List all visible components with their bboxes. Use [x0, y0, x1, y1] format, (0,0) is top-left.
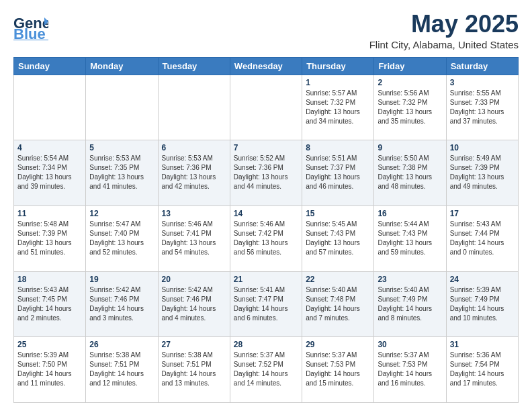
week-row-3: 18Sunrise: 5:43 AM Sunset: 7:45 PM Dayli…: [14, 271, 519, 337]
day-info-w2-d0: Sunrise: 5:48 AM Sunset: 7:39 PM Dayligh…: [17, 220, 82, 257]
main-title: May 2025: [369, 11, 519, 38]
day-info-w1-d2: Sunrise: 5:53 AM Sunset: 7:36 PM Dayligh…: [162, 154, 226, 191]
day-number-w1-d5: 9: [378, 143, 442, 152]
day-cell-w2-d6: 17Sunrise: 5:43 AM Sunset: 7:44 PM Dayli…: [446, 205, 518, 271]
col-wednesday: Wednesday: [230, 57, 302, 75]
week-row-4: 25Sunrise: 5:39 AM Sunset: 7:50 PM Dayli…: [14, 337, 519, 403]
day-info-w4-d5: Sunrise: 5:37 AM Sunset: 7:53 PM Dayligh…: [378, 351, 442, 388]
calendar-table: Sunday Monday Tuesday Wednesday Thursday…: [13, 57, 519, 403]
day-info-w1-d4: Sunrise: 5:51 AM Sunset: 7:37 PM Dayligh…: [306, 154, 370, 191]
day-number-w1-d3: 7: [234, 143, 298, 152]
day-number-w3-d4: 22: [306, 275, 370, 284]
day-cell-w1-d3: 7Sunrise: 5:52 AM Sunset: 7:36 PM Daylig…: [230, 140, 302, 206]
day-cell-w0-d3: [230, 75, 302, 140]
day-cell-w1-d4: 8Sunrise: 5:51 AM Sunset: 7:37 PM Daylig…: [302, 140, 374, 206]
day-cell-w0-d2: [158, 75, 230, 140]
week-row-2: 11Sunrise: 5:48 AM Sunset: 7:39 PM Dayli…: [14, 205, 519, 271]
day-info-w4-d6: Sunrise: 5:36 AM Sunset: 7:54 PM Dayligh…: [450, 351, 515, 388]
day-info-w3-d5: Sunrise: 5:40 AM Sunset: 7:49 PM Dayligh…: [378, 285, 442, 323]
day-number-w4-d1: 26: [89, 340, 154, 349]
day-number-w4-d5: 30: [378, 340, 442, 349]
day-number-w1-d0: 4: [17, 143, 82, 152]
day-cell-w4-d1: 26Sunrise: 5:38 AM Sunset: 7:51 PM Dayli…: [86, 337, 158, 403]
day-number-w4-d4: 29: [306, 340, 370, 349]
day-cell-w3-d2: 20Sunrise: 5:42 AM Sunset: 7:46 PM Dayli…: [158, 271, 230, 337]
day-info-w3-d6: Sunrise: 5:39 AM Sunset: 7:49 PM Dayligh…: [450, 285, 515, 323]
day-info-w2-d4: Sunrise: 5:45 AM Sunset: 7:43 PM Dayligh…: [306, 220, 370, 257]
day-number-w3-d0: 18: [17, 275, 82, 284]
day-info-w4-d3: Sunrise: 5:37 AM Sunset: 7:52 PM Dayligh…: [234, 351, 298, 388]
day-cell-w4-d3: 28Sunrise: 5:37 AM Sunset: 7:52 PM Dayli…: [230, 337, 302, 403]
day-cell-w4-d5: 30Sunrise: 5:37 AM Sunset: 7:53 PM Dayli…: [374, 337, 446, 403]
page: General Blue May 2025 Flint City, Alabam…: [0, 0, 532, 411]
col-friday: Friday: [374, 57, 446, 75]
day-number-w2-d3: 14: [234, 209, 298, 218]
day-cell-w2-d4: 15Sunrise: 5:45 AM Sunset: 7:43 PM Dayli…: [302, 205, 374, 271]
day-cell-w4-d4: 29Sunrise: 5:37 AM Sunset: 7:53 PM Dayli…: [302, 337, 374, 403]
day-cell-w1-d2: 6Sunrise: 5:53 AM Sunset: 7:36 PM Daylig…: [158, 140, 230, 206]
day-info-w2-d3: Sunrise: 5:46 AM Sunset: 7:42 PM Dayligh…: [234, 220, 298, 257]
day-info-w3-d3: Sunrise: 5:41 AM Sunset: 7:47 PM Dayligh…: [234, 285, 298, 323]
day-info-w4-d0: Sunrise: 5:39 AM Sunset: 7:50 PM Dayligh…: [17, 351, 82, 388]
col-monday: Monday: [86, 57, 158, 75]
day-number-w4-d3: 28: [234, 340, 298, 349]
day-info-w2-d5: Sunrise: 5:44 AM Sunset: 7:43 PM Dayligh…: [378, 220, 442, 257]
col-saturday: Saturday: [446, 57, 518, 75]
day-cell-w0-d6: 3Sunrise: 5:55 AM Sunset: 7:33 PM Daylig…: [446, 75, 518, 140]
day-info-w1-d0: Sunrise: 5:54 AM Sunset: 7:34 PM Dayligh…: [17, 154, 82, 191]
day-info-w3-d1: Sunrise: 5:42 AM Sunset: 7:46 PM Dayligh…: [89, 285, 154, 323]
day-info-w4-d2: Sunrise: 5:38 AM Sunset: 7:51 PM Dayligh…: [162, 351, 226, 388]
day-cell-w4-d0: 25Sunrise: 5:39 AM Sunset: 7:50 PM Dayli…: [14, 337, 86, 403]
day-number-w4-d6: 31: [450, 340, 515, 349]
calendar-header-row: Sunday Monday Tuesday Wednesday Thursday…: [14, 57, 519, 75]
day-cell-w0-d4: 1Sunrise: 5:57 AM Sunset: 7:32 PM Daylig…: [302, 75, 374, 140]
day-cell-w0-d0: [14, 75, 86, 140]
day-number-w2-d1: 12: [89, 209, 154, 218]
day-info-w1-d5: Sunrise: 5:50 AM Sunset: 7:38 PM Dayligh…: [378, 154, 442, 191]
day-info-w3-d4: Sunrise: 5:40 AM Sunset: 7:48 PM Dayligh…: [306, 285, 370, 323]
day-info-w3-d2: Sunrise: 5:42 AM Sunset: 7:46 PM Dayligh…: [162, 285, 226, 323]
title-block: May 2025 Flint City, Alabama, United Sta…: [369, 11, 519, 50]
day-number-w3-d6: 24: [450, 275, 515, 284]
day-cell-w3-d3: 21Sunrise: 5:41 AM Sunset: 7:47 PM Dayli…: [230, 271, 302, 337]
day-cell-w3-d6: 24Sunrise: 5:39 AM Sunset: 7:49 PM Dayli…: [446, 271, 518, 337]
day-info-w2-d2: Sunrise: 5:46 AM Sunset: 7:41 PM Dayligh…: [162, 220, 226, 257]
day-cell-w1-d1: 5Sunrise: 5:53 AM Sunset: 7:35 PM Daylig…: [86, 140, 158, 206]
logo-icon: General Blue: [13, 11, 48, 43]
subtitle: Flint City, Alabama, United States: [369, 39, 519, 50]
day-info-w4-d1: Sunrise: 5:38 AM Sunset: 7:51 PM Dayligh…: [89, 351, 154, 388]
day-number-w0-d5: 2: [378, 78, 442, 87]
day-number-w2-d5: 16: [378, 209, 442, 218]
header: General Blue May 2025 Flint City, Alabam…: [13, 11, 519, 50]
day-cell-w3-d5: 23Sunrise: 5:40 AM Sunset: 7:49 PM Dayli…: [374, 271, 446, 337]
week-row-0: 1Sunrise: 5:57 AM Sunset: 7:32 PM Daylig…: [14, 75, 519, 140]
day-cell-w1-d6: 10Sunrise: 5:49 AM Sunset: 7:39 PM Dayli…: [446, 140, 518, 206]
day-info-w0-d6: Sunrise: 5:55 AM Sunset: 7:33 PM Dayligh…: [450, 89, 515, 126]
day-info-w3-d0: Sunrise: 5:43 AM Sunset: 7:45 PM Dayligh…: [17, 285, 82, 323]
day-cell-w3-d1: 19Sunrise: 5:42 AM Sunset: 7:46 PM Dayli…: [86, 271, 158, 337]
day-info-w2-d1: Sunrise: 5:47 AM Sunset: 7:40 PM Dayligh…: [89, 220, 154, 257]
day-info-w0-d4: Sunrise: 5:57 AM Sunset: 7:32 PM Dayligh…: [306, 89, 370, 126]
day-cell-w3-d0: 18Sunrise: 5:43 AM Sunset: 7:45 PM Dayli…: [14, 271, 86, 337]
week-row-1: 4Sunrise: 5:54 AM Sunset: 7:34 PM Daylig…: [14, 140, 519, 206]
logo: General Blue: [13, 11, 48, 43]
day-number-w2-d4: 15: [306, 209, 370, 218]
col-thursday: Thursday: [302, 57, 374, 75]
day-cell-w1-d0: 4Sunrise: 5:54 AM Sunset: 7:34 PM Daylig…: [14, 140, 86, 206]
day-info-w1-d3: Sunrise: 5:52 AM Sunset: 7:36 PM Dayligh…: [234, 154, 298, 191]
day-number-w4-d2: 27: [162, 340, 226, 349]
day-cell-w0-d1: [86, 75, 158, 140]
day-number-w4-d0: 25: [17, 340, 82, 349]
day-number-w1-d4: 8: [306, 143, 370, 152]
day-number-w1-d6: 10: [450, 143, 515, 152]
day-info-w4-d4: Sunrise: 5:37 AM Sunset: 7:53 PM Dayligh…: [306, 351, 370, 388]
day-cell-w4-d2: 27Sunrise: 5:38 AM Sunset: 7:51 PM Dayli…: [158, 337, 230, 403]
day-cell-w1-d5: 9Sunrise: 5:50 AM Sunset: 7:38 PM Daylig…: [374, 140, 446, 206]
day-number-w3-d3: 21: [234, 275, 298, 284]
day-cell-w2-d3: 14Sunrise: 5:46 AM Sunset: 7:42 PM Dayli…: [230, 205, 302, 271]
col-sunday: Sunday: [14, 57, 86, 75]
day-number-w2-d0: 11: [17, 209, 82, 218]
day-info-w2-d6: Sunrise: 5:43 AM Sunset: 7:44 PM Dayligh…: [450, 220, 515, 257]
day-number-w2-d6: 17: [450, 209, 515, 218]
day-info-w1-d6: Sunrise: 5:49 AM Sunset: 7:39 PM Dayligh…: [450, 154, 515, 191]
